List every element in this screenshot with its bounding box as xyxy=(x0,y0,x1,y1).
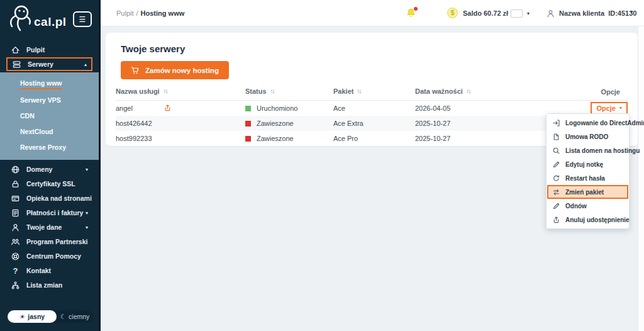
share-icon xyxy=(552,216,560,224)
menu-item-restart-hasła[interactable]: Restart hasła xyxy=(547,171,629,185)
account-name: Nazwa klienta xyxy=(559,9,604,17)
breadcrumb-separator: / xyxy=(136,9,138,17)
account-menu[interactable]: Nazwa klienta ID:45130 xyxy=(546,0,636,26)
package-cell: Ace Extra xyxy=(333,116,415,131)
sidebar-item-label: Lista zmian xyxy=(26,281,62,289)
account-chevron-down-icon[interactable]: ▾ xyxy=(630,9,633,14)
menu-item-label: Lista domen na hostingu xyxy=(565,147,640,154)
status-label: Zawieszone xyxy=(257,135,294,142)
sidebar-subitem-label: CDN xyxy=(20,112,35,121)
sidebar-subitem-label: Hosting www xyxy=(20,79,62,89)
balance-label[interactable]: Saldo 60.72 zł xyxy=(463,0,508,26)
sidebar-item-serwery[interactable]: Serwery▴ xyxy=(6,57,92,71)
column-header-label: Status xyxy=(245,87,267,95)
sidebar-subitem-label: Serwery VPS xyxy=(20,96,61,105)
sort-icon xyxy=(270,88,275,96)
column-header-status[interactable]: Status xyxy=(245,86,333,101)
share-icon[interactable] xyxy=(164,104,172,113)
cart-icon xyxy=(131,66,140,75)
sidebar-nav: PulpitSerwery▴Hosting wwwSerwery VPSCDNN… xyxy=(0,43,99,292)
sidebar-subitem-label: Reverse Proxy xyxy=(20,143,66,152)
sidebar-item-label: Twoje dane xyxy=(26,223,62,231)
sidebar-item-program-partnerski[interactable]: Program Partnerski xyxy=(6,235,92,249)
menu-item-anuluj-udostępnienie[interactable]: Anuluj udostępnienie xyxy=(547,213,629,227)
service-name: host426442 xyxy=(116,120,152,127)
sort-icon xyxy=(163,88,169,96)
search-icon xyxy=(552,147,560,155)
person-icon xyxy=(11,223,20,232)
sidebar-subitem-reverse-proxy[interactable]: Reverse Proxy xyxy=(0,140,99,155)
order-hosting-label: Zamów nowy hosting xyxy=(145,67,219,74)
sidebar-subitem-nextcloud[interactable]: NextCloud xyxy=(0,124,99,140)
sidebar-item-label: Certyfikaty SSL xyxy=(26,180,75,188)
service-name: angel xyxy=(116,104,133,112)
breadcrumb: Pulpit / Hosting www xyxy=(116,0,184,26)
menu-item-lista-domen-na-hostingu[interactable]: Lista domen na hostingu xyxy=(547,143,629,157)
coin-icon: $ xyxy=(447,8,458,18)
sidebar-subitem-hosting-www[interactable]: Hosting www xyxy=(0,76,99,93)
logo-row: cal.pl ☰ xyxy=(0,0,99,36)
theme-dark-option[interactable]: ☾ciemny xyxy=(57,313,93,320)
menu-item-label: Anuluj udostępnienie xyxy=(565,216,630,223)
main-content: Twoje serwery Zamów nowy hosting Nazwa u… xyxy=(101,26,644,331)
menu-item-label: Edytuj notkę xyxy=(565,161,603,168)
status-square-icon xyxy=(245,121,251,126)
sitemap-icon xyxy=(11,281,20,290)
status-label: Zawieszone xyxy=(257,120,294,127)
menu-item-odnów[interactable]: Odnów xyxy=(547,199,629,213)
sidebar-item-kontakt[interactable]: ?Kontakt xyxy=(6,264,92,278)
expiry-date-cell: 2025-10-27 xyxy=(415,131,551,146)
column-header-pakiet[interactable]: Pakiet xyxy=(333,86,415,101)
sidebar-subitem-cdn[interactable]: CDN xyxy=(0,108,99,124)
chevron-down-icon: ▾ xyxy=(619,105,622,111)
theme-light-option[interactable]: ☀jasny xyxy=(8,310,57,323)
menu-item-zmień-pakiet[interactable]: Zmień pakiet xyxy=(547,185,628,199)
menu-item-logowanie-do-directadmin[interactable]: Logowanie do DirectAdmin xyxy=(547,116,629,130)
webcare-icon xyxy=(11,194,20,203)
globe-icon xyxy=(11,165,20,174)
scrollbar[interactable] xyxy=(638,26,644,331)
menu-item-label: Umowa RODO xyxy=(565,133,608,140)
brand-logo-text: cal.pl xyxy=(34,15,67,29)
sidebar: cal.pl ☰ PulpitSerwery▴Hosting wwwSerwer… xyxy=(0,0,101,331)
sidebar-item-certyfikaty-ssl[interactable]: Certyfikaty SSL xyxy=(6,177,92,191)
page-title: Twoje serwery xyxy=(121,43,185,54)
language-selector[interactable]: ▾ xyxy=(511,0,530,26)
order-hosting-button[interactable]: Zamów nowy hosting xyxy=(121,61,229,79)
sidebar-item-domeny[interactable]: Domeny▾ xyxy=(6,162,92,176)
menu-item-label: Logowanie do DirectAdmin xyxy=(565,120,644,126)
notification-dot xyxy=(414,7,418,11)
brand-logo[interactable]: cal.pl xyxy=(5,4,67,36)
pencil-icon xyxy=(552,202,560,210)
options-button-label: Opcje xyxy=(596,104,616,112)
lock-icon xyxy=(11,179,20,189)
theme-toggle[interactable]: ☀jasny ☾ciemny xyxy=(8,310,93,323)
document-icon xyxy=(552,133,560,141)
question-icon: ? xyxy=(11,266,20,276)
options-button[interactable]: Opcje▾ xyxy=(591,102,628,115)
menu-item-edytuj-notkę[interactable]: Edytuj notkę xyxy=(547,157,629,171)
sort-icon xyxy=(466,88,472,96)
menu-toggle-button[interactable]: ☰ xyxy=(73,11,92,27)
package-cell: Ace Pro xyxy=(333,131,415,146)
menu-item-umowa-rodo[interactable]: Umowa RODO xyxy=(547,130,629,143)
lifebuoy-icon xyxy=(11,252,20,261)
sidebar-item-p-atno-ci-i-faktury[interactable]: Płatności i faktury▾ xyxy=(6,206,92,220)
chevron-down-icon: ▾ xyxy=(86,210,88,216)
sidebar-item-twoje-dane[interactable]: Twoje dane▾ xyxy=(6,220,92,234)
sidebar-subitem-serwery-vps[interactable]: Serwery VPS xyxy=(0,93,99,108)
column-header-nazwa-us-ugi[interactable]: Nazwa usługi xyxy=(116,86,245,101)
status-label: Uruchomiono xyxy=(257,104,297,112)
sidebar-item-label: Płatności i faktury xyxy=(26,209,83,216)
poland-flag-icon xyxy=(511,9,523,18)
sidebar-item-lista-zmian[interactable]: Lista zmian xyxy=(6,278,92,292)
status-square-icon xyxy=(245,136,251,142)
sidebar-item-pulpit[interactable]: Pulpit xyxy=(6,43,92,57)
sort-icon xyxy=(357,88,362,96)
breadcrumb-root[interactable]: Pulpit xyxy=(116,9,134,17)
notifications-button[interactable] xyxy=(406,8,417,19)
chevron-up-icon: ▴ xyxy=(84,62,87,67)
sidebar-item-centrum-pomocy[interactable]: Centrum Pomocy xyxy=(6,249,92,263)
column-header-data-wa-no-ci[interactable]: Data ważności xyxy=(415,86,551,101)
sidebar-item-opieka-nad-stronami[interactable]: Opieka nad stronami xyxy=(6,191,92,205)
